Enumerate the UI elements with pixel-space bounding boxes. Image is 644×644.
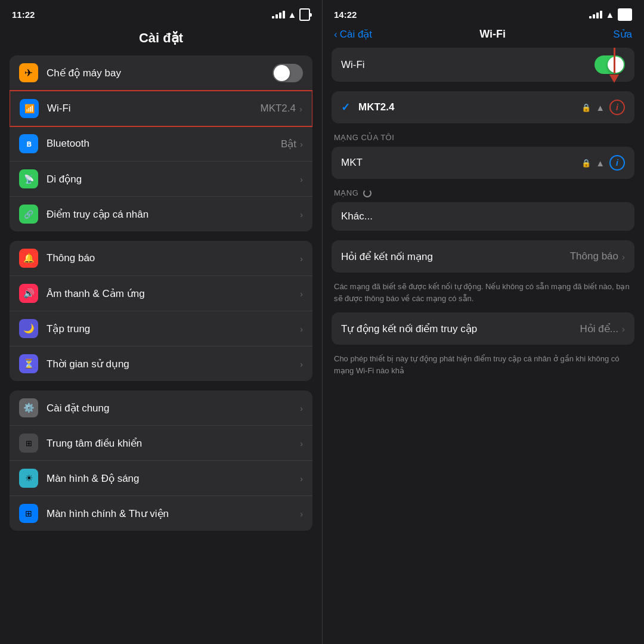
connected-wifi-signal: ▲: [596, 103, 605, 113]
mkt-lock-icon: 🔒: [581, 159, 591, 168]
home-screen-chevron: ›: [300, 509, 303, 519]
notifications-label: Thông báo: [47, 252, 300, 264]
cellular-row[interactable]: 📡 Di động ›: [10, 162, 312, 197]
hotspot-label: Điểm truy cập cá nhân: [47, 208, 300, 221]
settings-group-notifications: 🔔 Thông báo › 🔊 Âm thanh & Cảm ứng › 🌙 T…: [10, 241, 312, 381]
hotspot-row[interactable]: 🔗 Điểm truy cập cá nhân ›: [10, 197, 312, 231]
focus-icon: 🌙: [19, 319, 38, 338]
control-center-chevron: ›: [300, 438, 303, 448]
bluetooth-icon: ʙ: [19, 134, 38, 153]
ask-to-join-row[interactable]: Hỏi để kết nối mạng Thông báo ›: [332, 240, 634, 273]
hotspot-chevron: ›: [300, 209, 303, 219]
bluetooth-value: Bật: [281, 138, 296, 150]
home-screen-row[interactable]: ⊞ Màn hình chính & Thư viện ›: [10, 496, 312, 531]
other-networks-row[interactable]: Khác...: [332, 202, 634, 231]
general-label: Cài đặt chung: [47, 402, 300, 414]
auto-join-group: Tự động kết nối điểm truy cập Hỏi để... …: [332, 312, 634, 345]
wifi-row[interactable]: 📶 Wi-Fi MKT2.4 ›: [10, 90, 312, 127]
sound-icon: 🔊: [19, 284, 38, 303]
auto-join-value: Hỏi để...: [580, 323, 618, 335]
display-chevron: ›: [300, 473, 303, 484]
display-label: Màn hình & Độ sáng: [47, 472, 300, 485]
settings-list: ✈ Chế độ máy bay 📶 Wi-Fi MKT2.4 › ʙ Blue…: [0, 55, 322, 540]
connected-network-group: ✓ MKT2.4 🔒 ▲ i: [332, 91, 634, 123]
screen-time-row[interactable]: ⏳ Thời gian sử dụng ›: [10, 346, 312, 381]
auto-join-chevron: ›: [622, 324, 625, 334]
general-chevron: ›: [300, 403, 303, 413]
battery-status-icon: [299, 8, 310, 21]
connected-network-row[interactable]: ✓ MKT2.4 🔒 ▲ i: [332, 91, 634, 123]
mkt-network-row[interactable]: MKT 🔒 ▲ i: [332, 147, 634, 179]
left-status-bar: 11:22 ▲: [0, 0, 322, 26]
right-signal-icon: [589, 11, 602, 18]
focus-label: Tập trung: [47, 323, 300, 335]
sound-label: Âm thanh & Cảm ứng: [47, 287, 300, 300]
general-row[interactable]: ⚙️ Cài đặt chung ›: [10, 391, 312, 426]
ask-to-join-desc: Các mạng đã biết sẽ được kết nối tự động…: [332, 277, 634, 312]
notifications-chevron: ›: [300, 253, 303, 264]
notifications-row[interactable]: 🔔 Thông báo ›: [10, 241, 312, 276]
notifications-icon: 🔔: [19, 249, 38, 268]
control-center-row[interactable]: ⊞ Trung tâm điều khiển ›: [10, 426, 312, 461]
airplane-label: Chế độ máy bay: [47, 67, 273, 79]
screen-time-chevron: ›: [300, 359, 303, 369]
arrow-head: [609, 75, 619, 83]
mkt-wifi-signal: ▲: [596, 158, 605, 168]
connected-checkmark: ✓: [341, 101, 350, 114]
arrow-annotation: [609, 48, 619, 83]
nav-back-label: Cài đặt: [340, 28, 372, 41]
right-status-icons: ▲: [589, 8, 632, 21]
arrow-line: [614, 48, 615, 73]
other-networks-header: MẠNG: [332, 188, 634, 202]
mkt-info-button[interactable]: i: [609, 155, 625, 171]
display-icon: ☀: [19, 469, 38, 488]
connected-network-name: MKT2.4: [358, 101, 581, 113]
sound-row[interactable]: 🔊 Âm thanh & Cảm ứng ›: [10, 276, 312, 311]
auto-join-label: Tự động kết nối điểm truy cập: [341, 323, 580, 335]
wifi-settings-icon: 📶: [20, 99, 39, 118]
auto-join-desc: Cho phép thiết bị này tự động phát hiện …: [332, 349, 634, 385]
airplane-icon: ✈: [19, 63, 38, 82]
connected-info-button[interactable]: i: [609, 100, 625, 115]
loading-spinner: [363, 189, 371, 197]
back-chevron-icon: ‹: [334, 29, 338, 41]
ask-to-join-label: Hỏi để kết nối mạng: [341, 250, 570, 263]
nav-edit-button[interactable]: Sửa: [613, 28, 632, 41]
other-networks-label: Khác...: [341, 210, 373, 222]
wifi-value: MKT2.4: [260, 103, 296, 114]
wifi-content: Wi-Fi ✓ MKT2.4 🔒 ▲ i: [322, 48, 644, 644]
hotspot-icon: 🔗: [19, 205, 38, 224]
nav-back-button[interactable]: ‹ Cài đặt: [334, 28, 372, 41]
connected-lock-icon: 🔒: [581, 103, 591, 112]
panel-divider: [322, 0, 323, 644]
auto-join-row[interactable]: Tự động kết nối điểm truy cập Hỏi để... …: [332, 312, 634, 345]
general-icon: ⚙️: [19, 398, 38, 417]
left-time: 11:22: [12, 10, 35, 20]
my-networks-header: MẠNG CỦA TÔI: [332, 133, 634, 147]
cellular-chevron: ›: [300, 174, 303, 184]
airplane-toggle[interactable]: [273, 64, 303, 82]
wifi-label: Wi-Fi: [47, 103, 260, 114]
my-networks-header-text: MẠNG CỦA TÔI: [334, 133, 394, 142]
control-center-label: Trung tâm điều khiển: [47, 437, 300, 450]
right-status-bar: 14:22 ▲: [322, 0, 644, 26]
bluetooth-row[interactable]: ʙ Bluetooth Bật ›: [10, 126, 312, 162]
home-screen-icon: ⊞: [19, 504, 38, 523]
wifi-toggle-label: Wi-Fi: [341, 59, 595, 71]
signal-icon: [272, 11, 285, 18]
control-center-icon: ⊞: [19, 434, 38, 453]
bluetooth-label: Bluetooth: [47, 138, 281, 150]
wifi-toggle-row[interactable]: Wi-Fi: [332, 48, 634, 82]
right-panel: 14:22 ▲ ‹ Cài đặt Wi-Fi Sửa Wi-Fi: [322, 0, 644, 644]
right-time: 14:22: [334, 10, 357, 20]
cellular-icon: 📡: [19, 169, 38, 188]
screen-time-label: Thời gian sử dụng: [47, 358, 300, 370]
airplane-mode-row[interactable]: ✈ Chế độ máy bay: [10, 55, 312, 91]
wifi-status-icon: ▲: [288, 10, 297, 20]
focus-row[interactable]: 🌙 Tập trung ›: [10, 311, 312, 346]
ask-to-join-group: Hỏi để kết nối mạng Thông báo ›: [332, 240, 634, 273]
display-row[interactable]: ☀ Màn hình & Độ sáng ›: [10, 461, 312, 496]
mkt-network-icons: 🔒 ▲ i: [581, 155, 625, 171]
connected-network-icons: 🔒 ▲ i: [581, 100, 625, 115]
wifi-chevron: ›: [299, 104, 302, 114]
